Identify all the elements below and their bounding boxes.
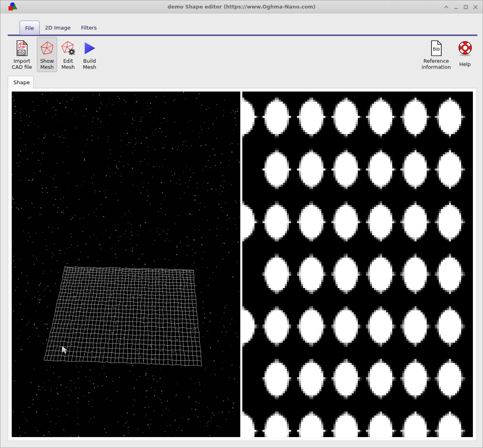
tab-2d-image[interactable]: 2D Image — [40, 21, 76, 35]
show-mesh-label: ShowMesh — [40, 58, 54, 70]
2d-image-canvas[interactable] — [242, 92, 473, 437]
mesh-icon — [39, 39, 55, 58]
shape-panel — [8, 88, 477, 441]
reference-information-button[interactable]: Bib Referenceinformation — [417, 37, 455, 72]
lifebuoy-icon — [457, 39, 474, 58]
cad-file-icon: obj — [15, 39, 29, 58]
import-cad-file-label: ImportCAD file — [12, 58, 32, 70]
window-title: demo Shape editor (https://www.Oghma-Nan… — [0, 0, 483, 13]
3d-viewport-canvas[interactable] — [12, 92, 240, 437]
close-icon[interactable] — [472, 4, 479, 10]
gear-icon — [68, 49, 75, 55]
cad-file-icon-text: obj — [18, 50, 25, 55]
bib-icon-text: Bib — [433, 47, 440, 52]
maximize-icon[interactable] — [463, 4, 469, 10]
help-button[interactable]: Help — [455, 37, 474, 72]
reference-information-label: Referenceinformation — [421, 58, 451, 70]
app-window: demo Shape editor (https://www.Oghma-Nan… — [0, 0, 483, 448]
help-label: Help — [459, 58, 471, 70]
tab-file[interactable]: File — [19, 21, 40, 35]
main-tab-bar: File 2D Image Filters — [19, 21, 102, 35]
tab-shape[interactable]: Shape — [8, 76, 34, 88]
play-icon — [81, 39, 98, 58]
tab-underline — [8, 34, 477, 36]
show-mesh-button[interactable]: ShowMesh — [37, 37, 57, 72]
titlebar[interactable]: demo Shape editor (https://www.Oghma-Nan… — [0, 0, 483, 13]
mesh-gear-icon — [60, 39, 76, 58]
build-mesh-button[interactable]: BuildMesh — [79, 37, 100, 72]
shade-icon[interactable] — [443, 4, 449, 10]
window-controls — [443, 0, 479, 13]
tab-filters[interactable]: Filters — [76, 21, 102, 35]
edit-mesh-label: EditMesh — [62, 58, 75, 70]
minimize-icon[interactable] — [453, 4, 459, 10]
build-mesh-label: BuildMesh — [83, 58, 96, 70]
import-cad-file-button[interactable]: obj ImportCAD file — [9, 37, 35, 72]
edit-mesh-button[interactable]: EditMesh — [58, 37, 78, 72]
bib-document-icon: Bib — [430, 39, 443, 58]
